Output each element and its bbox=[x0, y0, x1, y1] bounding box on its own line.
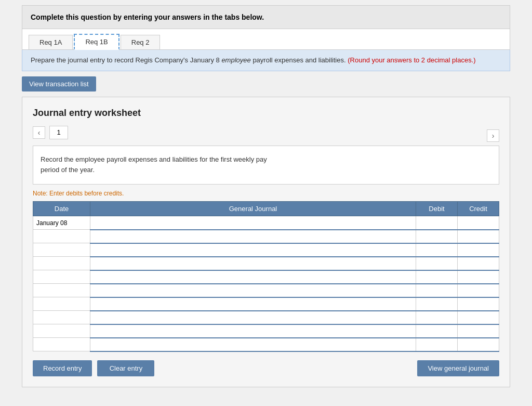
gj-cell-9[interactable] bbox=[90, 324, 416, 338]
gj-cell-1[interactable] bbox=[90, 216, 416, 230]
view-transaction-button[interactable]: View transaction list bbox=[22, 76, 96, 91]
clear-entry-button[interactable]: Clear entry bbox=[97, 360, 154, 376]
next-page-button[interactable]: › bbox=[487, 129, 499, 142]
bottom-buttons: Record entry Clear entry View general jo… bbox=[33, 360, 499, 376]
debit-input-8[interactable] bbox=[418, 313, 455, 322]
view-general-journal-button[interactable]: View general journal bbox=[417, 360, 499, 376]
credit-cell-8[interactable] bbox=[458, 311, 499, 324]
gj-input-4[interactable] bbox=[92, 259, 414, 268]
note-text: Note: Enter debits before credits. bbox=[33, 190, 499, 197]
table-row bbox=[33, 270, 499, 284]
description-box: Record the employee payroll expenses and… bbox=[33, 146, 499, 185]
gj-input-1[interactable] bbox=[92, 218, 414, 227]
debit-cell-5[interactable] bbox=[416, 270, 458, 284]
gj-input-5[interactable] bbox=[92, 273, 414, 281]
header-credit: Credit bbox=[458, 202, 499, 216]
gj-cell-8[interactable] bbox=[90, 311, 416, 324]
credit-input-5[interactable] bbox=[460, 273, 497, 281]
credit-cell-1[interactable] bbox=[458, 216, 499, 230]
tab-req1b[interactable]: Req 1B bbox=[74, 34, 119, 50]
spacer bbox=[159, 360, 412, 376]
tab-req2[interactable]: Req 2 bbox=[121, 35, 161, 49]
credit-cell-9[interactable] bbox=[458, 324, 499, 338]
debit-input-7[interactable] bbox=[418, 300, 455, 308]
table-row bbox=[33, 257, 499, 270]
credit-cell-5[interactable] bbox=[458, 270, 499, 284]
credit-cell-3[interactable] bbox=[458, 243, 499, 257]
debit-input-1[interactable] bbox=[418, 218, 455, 227]
date-cell-7 bbox=[33, 297, 90, 311]
date-cell-5 bbox=[33, 270, 90, 284]
tabs-container: Req 1A Req 1B Req 2 bbox=[22, 29, 510, 50]
gj-input-8[interactable] bbox=[92, 313, 414, 322]
credit-input-8[interactable] bbox=[460, 313, 497, 322]
gj-input-7[interactable] bbox=[92, 300, 414, 308]
debit-cell-10[interactable] bbox=[416, 338, 458, 351]
debit-cell-6[interactable] bbox=[416, 284, 458, 297]
debit-input-5[interactable] bbox=[418, 273, 455, 281]
credit-input-2[interactable] bbox=[460, 232, 497, 241]
credit-cell-2[interactable] bbox=[458, 230, 499, 243]
debit-cell-4[interactable] bbox=[416, 257, 458, 270]
gj-cell-4[interactable] bbox=[90, 257, 416, 270]
credit-input-6[interactable] bbox=[460, 286, 497, 295]
gj-input-2[interactable] bbox=[92, 232, 414, 241]
debit-input-3[interactable] bbox=[418, 246, 455, 254]
debit-cell-1[interactable] bbox=[416, 216, 458, 230]
table-row bbox=[33, 311, 499, 324]
debit-input-6[interactable] bbox=[418, 286, 455, 295]
debit-input-9[interactable] bbox=[418, 327, 455, 335]
date-cell-6 bbox=[33, 284, 90, 297]
date-cell-3 bbox=[33, 243, 90, 257]
nav-row: ‹ 1 bbox=[33, 126, 68, 139]
table-row bbox=[33, 297, 499, 311]
credit-cell-10[interactable] bbox=[458, 338, 499, 351]
credit-cell-4[interactable] bbox=[458, 257, 499, 270]
credit-input-9[interactable] bbox=[460, 327, 497, 335]
debit-cell-2[interactable] bbox=[416, 230, 458, 243]
date-cell-4 bbox=[33, 257, 90, 270]
header-general-journal: General Journal bbox=[90, 202, 416, 216]
info-main-text: Prepare the journal entry to record Regi… bbox=[31, 56, 346, 64]
debit-cell-7[interactable] bbox=[416, 297, 458, 311]
gj-cell-10[interactable] bbox=[90, 338, 416, 351]
debit-cell-9[interactable] bbox=[416, 324, 458, 338]
table-row bbox=[33, 230, 499, 243]
gj-cell-3[interactable] bbox=[90, 243, 416, 257]
prev-page-button[interactable]: ‹ bbox=[33, 126, 45, 139]
debit-cell-3[interactable] bbox=[416, 243, 458, 257]
description-text: Record the employee payroll expenses and… bbox=[41, 155, 267, 174]
gj-input-6[interactable] bbox=[92, 286, 414, 295]
debit-input-10[interactable] bbox=[418, 340, 455, 349]
tab-req1a[interactable]: Req 1A bbox=[29, 35, 73, 49]
gj-input-3[interactable] bbox=[92, 246, 414, 254]
date-cell-1: January 08 bbox=[33, 216, 90, 230]
date-cell-9 bbox=[33, 324, 90, 338]
credit-input-10[interactable] bbox=[460, 340, 497, 349]
credit-input-3[interactable] bbox=[460, 246, 497, 254]
debit-input-2[interactable] bbox=[418, 232, 455, 241]
gj-cell-7[interactable] bbox=[90, 297, 416, 311]
debit-input-4[interactable] bbox=[418, 259, 455, 268]
gj-cell-5[interactable] bbox=[90, 270, 416, 284]
credit-cell-7[interactable] bbox=[458, 297, 499, 311]
debit-cell-8[interactable] bbox=[416, 311, 458, 324]
header-debit: Debit bbox=[416, 202, 458, 216]
gj-input-9[interactable] bbox=[92, 327, 414, 335]
gj-input-10[interactable] bbox=[92, 340, 414, 349]
credit-input-7[interactable] bbox=[460, 300, 497, 308]
date-cell-2 bbox=[33, 230, 90, 243]
table-row bbox=[33, 324, 499, 338]
credit-cell-6[interactable] bbox=[458, 284, 499, 297]
instruction-text: Complete this question by entering your … bbox=[31, 13, 264, 21]
credit-input-1[interactable] bbox=[460, 218, 497, 227]
credit-input-4[interactable] bbox=[460, 259, 497, 268]
gj-cell-6[interactable] bbox=[90, 284, 416, 297]
instruction-bar: Complete this question by entering your … bbox=[22, 5, 510, 29]
table-row: January 08 bbox=[33, 216, 499, 230]
record-entry-button[interactable]: Record entry bbox=[33, 360, 92, 376]
date-cell-8 bbox=[33, 311, 90, 324]
gj-cell-2[interactable] bbox=[90, 230, 416, 243]
journal-table: Date General Journal Debit Credit Januar… bbox=[33, 201, 499, 352]
table-row bbox=[33, 243, 499, 257]
